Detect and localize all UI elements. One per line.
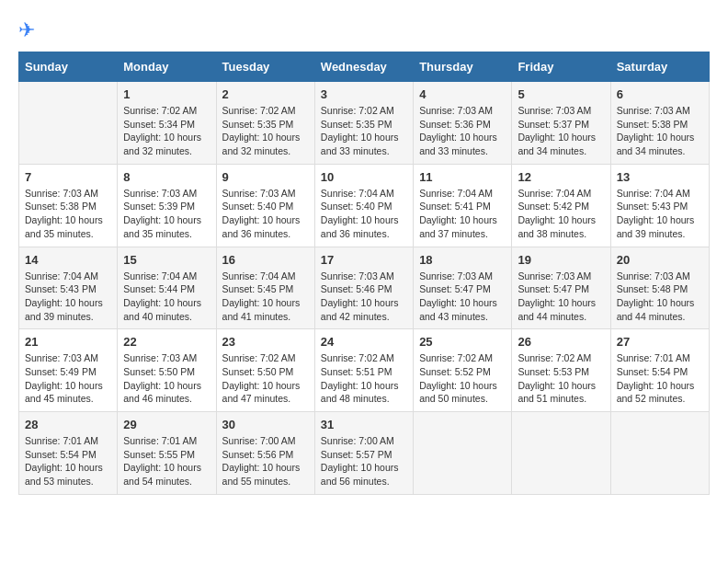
- day-number: 14: [25, 253, 111, 267]
- day-number: 2: [222, 87, 309, 101]
- weekday-header: Friday: [512, 52, 610, 82]
- day-number: 11: [419, 170, 506, 184]
- calendar-cell: 17Sunrise: 7:03 AMSunset: 5:46 PMDayligh…: [314, 247, 413, 329]
- calendar-cell: 31Sunrise: 7:00 AMSunset: 5:57 PMDayligh…: [314, 412, 413, 495]
- calendar-cell: 1Sunrise: 7:02 AMSunset: 5:34 PMDaylight…: [118, 82, 216, 165]
- calendar-cell: 3Sunrise: 7:02 AMSunset: 5:35 PMDaylight…: [314, 82, 413, 165]
- day-number: 31: [321, 418, 407, 431]
- calendar-cell: [512, 412, 610, 495]
- day-info: Sunrise: 7:04 AMSunset: 5:43 PMDaylight:…: [617, 187, 703, 241]
- calendar-cell: 16Sunrise: 7:04 AMSunset: 5:45 PMDayligh…: [216, 247, 314, 329]
- day-number: 22: [123, 335, 210, 349]
- day-info: Sunrise: 7:02 AMSunset: 5:53 PMDaylight:…: [518, 351, 604, 406]
- day-number: 18: [419, 253, 506, 267]
- day-number: 24: [321, 335, 407, 349]
- day-info: Sunrise: 7:04 AMSunset: 5:45 PMDaylight:…: [222, 270, 309, 324]
- day-info: Sunrise: 7:03 AMSunset: 5:50 PMDaylight:…: [123, 351, 210, 406]
- day-number: 8: [123, 170, 210, 184]
- day-number: 27: [617, 335, 703, 349]
- calendar-cell: 27Sunrise: 7:01 AMSunset: 5:54 PMDayligh…: [610, 329, 709, 412]
- day-info: Sunrise: 7:00 AMSunset: 5:57 PMDaylight:…: [321, 434, 407, 488]
- weekday-header: Sunday: [19, 52, 118, 82]
- day-number: 7: [25, 170, 111, 184]
- page-header: ✈: [18, 18, 710, 42]
- day-info: Sunrise: 7:03 AMSunset: 5:47 PMDaylight:…: [518, 270, 604, 324]
- day-number: 26: [518, 335, 604, 349]
- day-number: 9: [222, 170, 309, 184]
- calendar-cell: 7Sunrise: 7:03 AMSunset: 5:38 PMDaylight…: [19, 164, 118, 247]
- calendar-cell: 22Sunrise: 7:03 AMSunset: 5:50 PMDayligh…: [118, 329, 216, 412]
- day-number: 25: [419, 335, 506, 349]
- weekday-header: Saturday: [610, 52, 709, 82]
- logo-icon: ✈: [18, 18, 35, 42]
- day-info: Sunrise: 7:02 AMSunset: 5:35 PMDaylight:…: [321, 104, 407, 158]
- day-info: Sunrise: 7:04 AMSunset: 5:42 PMDaylight:…: [518, 187, 604, 241]
- calendar-cell: 11Sunrise: 7:04 AMSunset: 5:41 PMDayligh…: [414, 164, 512, 247]
- day-info: Sunrise: 7:04 AMSunset: 5:44 PMDaylight:…: [123, 270, 210, 324]
- calendar-cell: 18Sunrise: 7:03 AMSunset: 5:47 PMDayligh…: [414, 247, 512, 329]
- calendar-week-row: 1Sunrise: 7:02 AMSunset: 5:34 PMDaylight…: [19, 82, 710, 165]
- day-number: 17: [321, 253, 407, 267]
- weekday-header: Wednesday: [314, 52, 413, 82]
- weekday-header: Tuesday: [216, 52, 314, 82]
- day-info: Sunrise: 7:03 AMSunset: 5:39 PMDaylight:…: [123, 187, 210, 241]
- calendar-cell: 15Sunrise: 7:04 AMSunset: 5:44 PMDayligh…: [118, 247, 216, 329]
- calendar-cell: 28Sunrise: 7:01 AMSunset: 5:54 PMDayligh…: [19, 412, 118, 495]
- day-info: Sunrise: 7:01 AMSunset: 5:55 PMDaylight:…: [123, 434, 210, 488]
- calendar-cell: [414, 412, 512, 495]
- calendar-cell: 6Sunrise: 7:03 AMSunset: 5:38 PMDaylight…: [610, 82, 709, 165]
- day-number: 5: [518, 87, 604, 101]
- calendar-cell: 21Sunrise: 7:03 AMSunset: 5:49 PMDayligh…: [19, 329, 118, 412]
- day-info: Sunrise: 7:04 AMSunset: 5:40 PMDaylight:…: [321, 187, 407, 241]
- day-number: 23: [222, 335, 309, 349]
- calendar-body: 1Sunrise: 7:02 AMSunset: 5:34 PMDaylight…: [19, 82, 710, 495]
- day-number: 1: [123, 87, 210, 101]
- calendar-cell: 14Sunrise: 7:04 AMSunset: 5:43 PMDayligh…: [19, 247, 118, 329]
- day-number: 4: [419, 87, 506, 101]
- day-info: Sunrise: 7:03 AMSunset: 5:40 PMDaylight:…: [222, 187, 309, 241]
- day-number: 20: [617, 253, 703, 267]
- day-number: 6: [617, 87, 703, 101]
- day-info: Sunrise: 7:03 AMSunset: 5:36 PMDaylight:…: [419, 104, 506, 158]
- calendar-cell: 8Sunrise: 7:03 AMSunset: 5:39 PMDaylight…: [118, 164, 216, 247]
- day-info: Sunrise: 7:03 AMSunset: 5:37 PMDaylight:…: [518, 104, 604, 158]
- weekday-header: Thursday: [414, 52, 512, 82]
- day-info: Sunrise: 7:03 AMSunset: 5:49 PMDaylight:…: [25, 351, 111, 406]
- day-info: Sunrise: 7:01 AMSunset: 5:54 PMDaylight:…: [617, 351, 703, 406]
- day-info: Sunrise: 7:02 AMSunset: 5:50 PMDaylight:…: [222, 351, 309, 406]
- day-info: Sunrise: 7:03 AMSunset: 5:38 PMDaylight:…: [617, 104, 703, 158]
- weekday-header: Monday: [118, 52, 216, 82]
- calendar-cell: 13Sunrise: 7:04 AMSunset: 5:43 PMDayligh…: [610, 164, 709, 247]
- day-number: 12: [518, 170, 604, 184]
- calendar-cell: 12Sunrise: 7:04 AMSunset: 5:42 PMDayligh…: [512, 164, 610, 247]
- calendar-cell: 20Sunrise: 7:03 AMSunset: 5:48 PMDayligh…: [610, 247, 709, 329]
- day-number: 28: [25, 418, 111, 431]
- calendar-cell: 30Sunrise: 7:00 AMSunset: 5:56 PMDayligh…: [216, 412, 314, 495]
- calendar-table: SundayMondayTuesdayWednesdayThursdayFrid…: [18, 52, 710, 495]
- day-number: 10: [321, 170, 407, 184]
- calendar-week-row: 14Sunrise: 7:04 AMSunset: 5:43 PMDayligh…: [19, 247, 710, 329]
- calendar-cell: 24Sunrise: 7:02 AMSunset: 5:51 PMDayligh…: [314, 329, 413, 412]
- day-info: Sunrise: 7:03 AMSunset: 5:47 PMDaylight:…: [419, 270, 506, 324]
- day-number: 16: [222, 253, 309, 267]
- calendar-cell: 5Sunrise: 7:03 AMSunset: 5:37 PMDaylight…: [512, 82, 610, 165]
- day-number: 19: [518, 253, 604, 267]
- day-info: Sunrise: 7:04 AMSunset: 5:41 PMDaylight:…: [419, 187, 506, 241]
- calendar-cell: 2Sunrise: 7:02 AMSunset: 5:35 PMDaylight…: [216, 82, 314, 165]
- day-number: 30: [222, 418, 309, 431]
- calendar-cell: 10Sunrise: 7:04 AMSunset: 5:40 PMDayligh…: [314, 164, 413, 247]
- day-info: Sunrise: 7:02 AMSunset: 5:34 PMDaylight:…: [123, 104, 210, 158]
- day-number: 15: [123, 253, 210, 267]
- calendar-cell: 19Sunrise: 7:03 AMSunset: 5:47 PMDayligh…: [512, 247, 610, 329]
- day-number: 21: [25, 335, 111, 349]
- day-info: Sunrise: 7:03 AMSunset: 5:38 PMDaylight:…: [25, 187, 111, 241]
- calendar-header-row: SundayMondayTuesdayWednesdayThursdayFrid…: [19, 52, 710, 82]
- calendar-cell: 26Sunrise: 7:02 AMSunset: 5:53 PMDayligh…: [512, 329, 610, 412]
- calendar-week-row: 21Sunrise: 7:03 AMSunset: 5:49 PMDayligh…: [19, 329, 710, 412]
- logo: ✈: [18, 18, 39, 42]
- calendar-cell: [19, 82, 118, 165]
- day-info: Sunrise: 7:02 AMSunset: 5:52 PMDaylight:…: [419, 351, 506, 406]
- calendar-week-row: 28Sunrise: 7:01 AMSunset: 5:54 PMDayligh…: [19, 412, 710, 495]
- day-info: Sunrise: 7:02 AMSunset: 5:35 PMDaylight:…: [222, 104, 309, 158]
- day-info: Sunrise: 7:03 AMSunset: 5:48 PMDaylight:…: [617, 270, 703, 324]
